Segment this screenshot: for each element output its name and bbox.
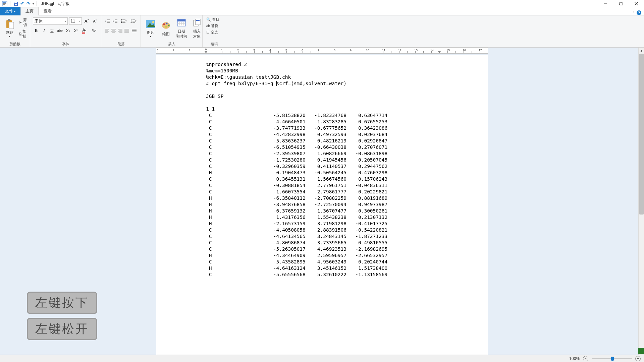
document-content[interactable]: %nprocshared=2 %mem=1500MB %chk=E:\gauss… (156, 61, 488, 278)
replace-button[interactable]: ab替换 (205, 23, 223, 29)
calendar-icon (176, 17, 187, 28)
copy-button[interactable]: ⎘复制 (18, 28, 28, 39)
svg-rect-65 (196, 19, 200, 25)
font-size-select[interactable]: 11▾ (69, 17, 82, 25)
svg-point-54 (163, 23, 165, 25)
ribbon: 粘贴 ▾ ✂剪切 ⎘复制 剪贴板 宋体▾ 11▾ A▴ A▾ B I U abe (0, 15, 644, 48)
align-center-button[interactable] (111, 27, 117, 34)
minimize-button[interactable] (598, 0, 613, 7)
insert-datetime-button[interactable]: 日期 和时间 (174, 17, 189, 40)
font-color-button[interactable]: A▾ (80, 27, 89, 34)
undo-icon[interactable]: ↶ (20, 1, 24, 6)
align-left-button[interactable] (104, 27, 110, 34)
zoom-knob[interactable] (611, 357, 614, 361)
svg-point-23 (121, 22, 122, 23)
save-icon[interactable] (13, 1, 18, 6)
horizontal-ruler[interactable]: 3211234567891011121314151617 (156, 48, 488, 54)
page[interactable]: %nprocshared=2 %mem=1500MB %chk=E:\gauss… (156, 55, 488, 355)
highlight-icon: ✎ (92, 28, 95, 33)
window-controls (598, 0, 644, 7)
select-all-button[interactable]: ☐全选 (205, 29, 223, 35)
svg-point-56 (168, 24, 170, 26)
group-clipboard: 粘贴 ▾ ✂剪切 ⎘复制 剪贴板 (0, 15, 30, 47)
datetime-label-1: 日期 (178, 29, 185, 34)
app-icon (2, 1, 7, 6)
paste-button[interactable]: 粘贴 ▾ (3, 18, 17, 39)
group-clipboard-label: 剪贴板 (3, 41, 27, 47)
paint-icon (161, 20, 171, 31)
tab-home[interactable]: 主页 (20, 7, 39, 15)
zoom-in-button[interactable]: + (635, 356, 641, 361)
overlay-mouse-down: 左键按下 (27, 292, 97, 314)
maximize-button[interactable] (613, 0, 629, 7)
cut-icon: ✂ (19, 20, 22, 25)
ribbon-collapse-icon[interactable]: ˄ (633, 11, 635, 15)
list-button[interactable]: ▾ (119, 17, 128, 25)
justify-button[interactable] (124, 27, 130, 34)
svg-rect-3 (3, 4, 5, 5)
redo-icon[interactable]: ↷ (26, 1, 31, 6)
replace-icon: ab (206, 24, 210, 28)
chevron-down-icon: ▾ (65, 20, 66, 23)
insert-picture-button[interactable]: 图片▾ (144, 18, 158, 39)
scroll-thumb[interactable] (639, 54, 644, 215)
insert-paint-button[interactable]: 绘图 (159, 19, 173, 37)
zoom-level: 100% (569, 356, 580, 361)
indent-button[interactable] (112, 17, 119, 25)
svg-point-55 (166, 22, 168, 24)
group-insert: 图片▾ 绘图 日期 和时间 插入 对象 插入 (141, 15, 203, 47)
qat-menu-caret[interactable]: ▾ (33, 2, 34, 5)
paste-label: 粘贴 (6, 30, 13, 35)
help-icon[interactable]: ? (637, 10, 641, 15)
scroll-up-icon[interactable]: ▲ (639, 48, 644, 53)
superscript-button[interactable]: X² (72, 27, 79, 34)
copy-icon: ⎘ (19, 32, 21, 36)
line-spacing-button[interactable]: ▾ (129, 17, 138, 25)
paste-icon (4, 19, 15, 29)
align-right-button[interactable] (117, 27, 123, 34)
status-bar: 100% − + (0, 355, 644, 362)
svg-rect-14 (9, 22, 14, 29)
vertical-scrollbar[interactable]: ▲ ▼ (638, 48, 644, 355)
svg-point-21 (121, 19, 122, 20)
group-font-label: 字体 (33, 41, 98, 47)
zoom-slider[interactable] (592, 358, 632, 359)
title-bar: ↶ ↷ ▾ JGB.gjf - 写字板 (0, 0, 644, 7)
corner-indicator (638, 348, 644, 354)
tab-file-label: 文件 (5, 9, 13, 13)
insert-object-button[interactable]: 插入 对象 (190, 17, 204, 40)
outdent-button[interactable] (104, 17, 111, 25)
strike-button[interactable]: abe (57, 27, 63, 34)
group-font: 宋体▾ 11▾ A▴ A▾ B I U abe X₂ X² A▾ ✎▾ 字体 (30, 15, 101, 47)
svg-point-57 (165, 26, 167, 27)
zoom-out-button[interactable]: − (583, 356, 588, 361)
group-edit-label: 编辑 (205, 41, 223, 47)
svg-point-22 (121, 21, 122, 22)
ribbon-tabs: 文件 ▾ 主页 查看 ˄ ? (0, 7, 644, 15)
svg-rect-2 (3, 3, 6, 4)
object-icon (192, 17, 202, 28)
shrink-font-button[interactable]: A▾ (92, 17, 99, 25)
find-button[interactable]: 🔍查找 (205, 17, 223, 22)
object-label-1: 插入 (193, 29, 201, 34)
font-name-select[interactable]: 宋体▾ (33, 17, 68, 25)
italic-button[interactable]: I (41, 27, 48, 34)
highlight-button[interactable]: ✎▾ (90, 27, 98, 34)
grow-font-button[interactable]: A▴ (83, 17, 90, 25)
quick-access-toolbar: ↶ ↷ ▾ (0, 1, 40, 6)
tab-view[interactable]: 查看 (39, 7, 57, 15)
picture-label: 图片 (147, 30, 154, 35)
subscript-button[interactable]: X₂ (64, 27, 71, 34)
window-title: JGB.gjf - 写字板 (41, 1, 70, 7)
tab-file[interactable]: 文件 ▾ (0, 7, 20, 15)
svg-point-52 (152, 21, 154, 23)
object-label-2: 对象 (193, 34, 201, 39)
cut-button[interactable]: ✂剪切 (18, 17, 28, 28)
bold-button[interactable]: B (33, 27, 40, 34)
svg-rect-6 (15, 4, 17, 5)
close-button[interactable] (629, 0, 644, 7)
paragraph-dialog-button[interactable] (130, 27, 138, 34)
select-all-icon: ☐ (206, 30, 210, 35)
group-insert-label: 插入 (144, 41, 200, 47)
underline-button[interactable]: U (49, 27, 55, 34)
